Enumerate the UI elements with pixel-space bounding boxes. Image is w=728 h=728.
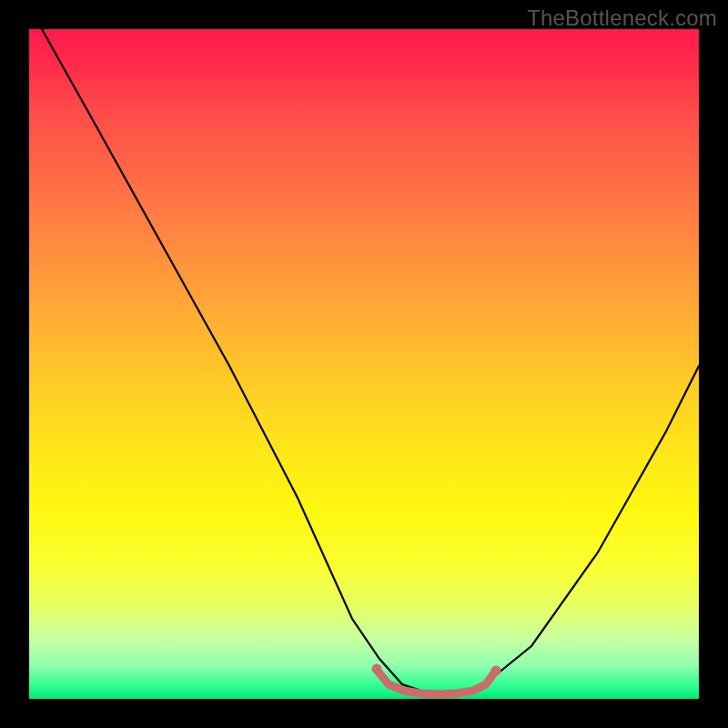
plot-area <box>29 29 699 699</box>
chart-container: TheBottleneck.com <box>0 0 728 728</box>
watermark-text: TheBottleneck.com <box>527 5 717 31</box>
chart-svg <box>29 29 699 699</box>
curve-line <box>42 29 699 693</box>
tolerance-endpoint-right <box>491 666 501 676</box>
tolerance-endpoint-left <box>372 664 382 674</box>
tolerance-band <box>377 670 495 694</box>
